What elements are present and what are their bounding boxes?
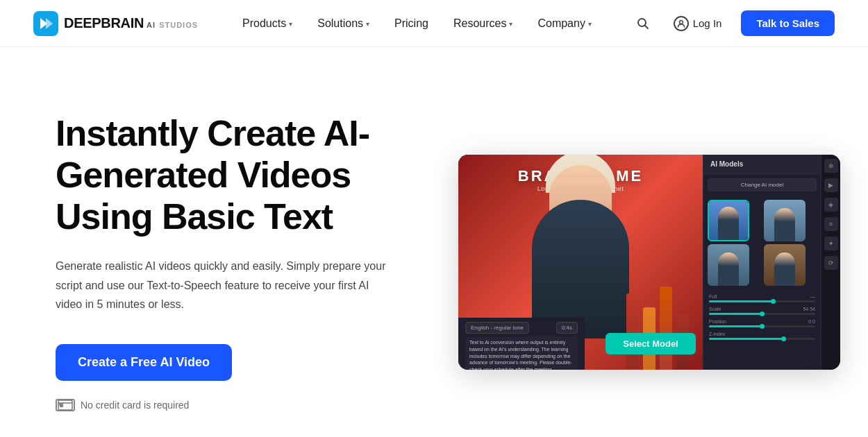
search-icon[interactable] (632, 12, 654, 35)
ai-models-panel: AI Models Change AI model (703, 155, 821, 370)
app-icon-sidebar: ⊕ ▶ ◈ ≡ ✦ ⟳ (821, 155, 840, 370)
model-thumb-2[interactable] (764, 200, 806, 241)
navbar: DEEPBRAIN AI STUDIOS Products ▾ Solution… (0, 0, 868, 47)
time-display: 0:4s (556, 322, 578, 334)
panel-sliders: Full— Scale54 54 (703, 290, 821, 344)
logo-icon (33, 11, 58, 36)
solutions-chevron-icon: ▾ (366, 20, 369, 28)
svg-rect-6 (60, 405, 63, 407)
nav-resources[interactable]: Resources ▾ (442, 12, 524, 35)
hero-content: Instantly Create AI-Generated Videos Usi… (56, 113, 417, 411)
app-screenshot: BRAND NAME Lorem ipsum dolor sit a met (458, 155, 840, 370)
model-figure-4 (774, 252, 795, 286)
nav-links: Products ▾ Solutions ▾ Pricing Resources… (231, 12, 632, 35)
lipstick-3 (660, 286, 672, 370)
logo-text-ai: AI STUDIOS (147, 21, 198, 29)
model-figure-3 (718, 252, 739, 286)
svg-rect-4 (58, 400, 72, 410)
model-grid (703, 196, 821, 290)
resources-chevron-icon: ▾ (509, 20, 512, 28)
change-ai-model-button[interactable]: Change AI model (708, 178, 817, 191)
app-preview: BRAND NAME Lorem ipsum dolor sit a met (458, 155, 840, 370)
nav-products[interactable]: Products ▾ (231, 12, 303, 35)
talk-to-sales-button[interactable]: Talk to Sales (741, 10, 835, 36)
sidebar-icon-1[interactable]: ⊕ (824, 159, 838, 173)
app-bottom-bar: English - regular tone 0:4s Text to Ai c… (458, 318, 585, 370)
lipstick-products (626, 286, 689, 370)
nav-company[interactable]: Company ▾ (526, 12, 602, 35)
hero-image: BRAND NAME Lorem ipsum dolor sit a met (458, 155, 840, 370)
sidebar-icon-6[interactable]: ⟳ (824, 256, 838, 270)
products-chevron-icon: ▾ (289, 20, 292, 28)
slider-position: Position0 0 (709, 319, 815, 327)
svg-point-3 (679, 20, 683, 24)
lipstick-1 (626, 293, 639, 370)
sidebar-icon-2[interactable]: ▶ (824, 178, 838, 192)
sidebar-icon-3[interactable]: ◈ (824, 198, 838, 212)
no-credit-card-notice: No credit card is required (56, 399, 417, 411)
model-thumb-1[interactable] (708, 200, 749, 241)
script-text-area[interactable]: Text to Ai conversion where output is en… (465, 336, 578, 370)
slider-full: Full— (709, 294, 815, 302)
panel-title: AI Models (703, 155, 821, 174)
nav-right: Log In Talk to Sales (632, 10, 835, 36)
model-figure-2 (774, 208, 795, 241)
app-video-area: BRAND NAME Lorem ipsum dolor sit a met (458, 155, 703, 370)
logo[interactable]: DEEPBRAIN AI STUDIOS (33, 11, 198, 36)
model-figure-1 (718, 207, 739, 240)
nav-pricing[interactable]: Pricing (383, 12, 440, 35)
select-model-button[interactable]: Select Model (606, 333, 696, 354)
logo-text-deepbrain: DEEPBRAIN (64, 15, 144, 31)
sidebar-icon-5[interactable]: ✦ (824, 237, 838, 250)
create-free-video-button[interactable]: Create a Free AI Video (56, 344, 232, 381)
slider-scale: Scale54 54 (709, 307, 815, 315)
user-icon (674, 16, 689, 31)
language-selector[interactable]: English - regular tone (465, 322, 529, 334)
model-thumb-4[interactable] (764, 244, 806, 286)
hero-title: Instantly Create AI-Generated Videos Usi… (56, 113, 417, 237)
credit-card-icon (56, 399, 75, 411)
bottom-bar-controls: English - regular tone 0:4s (465, 322, 578, 334)
slider-z-index: Z-index (709, 332, 815, 340)
svg-line-2 (644, 25, 648, 28)
company-chevron-icon: ▾ (588, 20, 592, 28)
nav-solutions[interactable]: Solutions ▾ (306, 12, 381, 35)
sidebar-icon-4[interactable]: ≡ (824, 217, 838, 231)
model-thumb-3[interactable] (708, 244, 749, 286)
hero-description: Generate realistic AI videos quickly and… (56, 257, 389, 314)
login-button[interactable]: Log In (665, 12, 731, 35)
panel-tools: Change AI model (703, 174, 821, 196)
hero-section: Instantly Create AI-Generated Videos Usi… (0, 47, 868, 436)
